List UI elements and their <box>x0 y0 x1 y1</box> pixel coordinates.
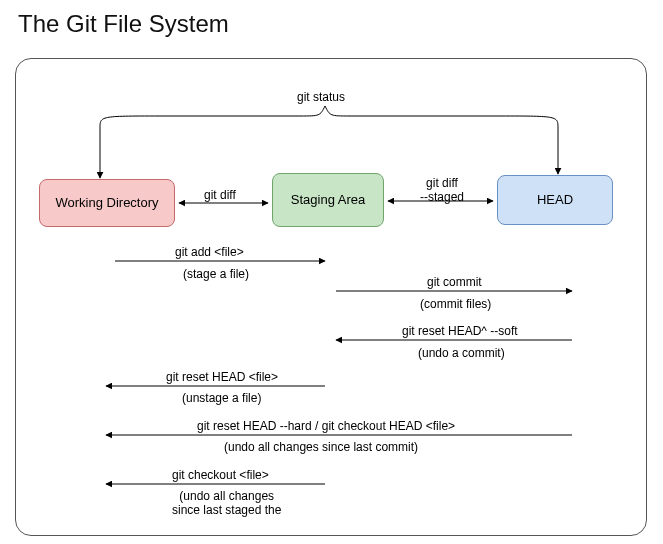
node-head: HEAD <box>497 175 613 225</box>
label-reset-hard-note: (undo all changes since last commit) <box>224 440 418 454</box>
label-unstage-note: (unstage a file) <box>182 391 261 405</box>
label-checkout-cmd: git checkout <file> <box>172 468 269 482</box>
label-reset-soft-cmd: git reset HEAD^ --soft <box>402 324 518 338</box>
label-git-add-cmd: git add <file> <box>175 245 244 259</box>
label-unstage-cmd: git reset HEAD <file> <box>166 370 278 384</box>
label-git-commit-note: (commit files) <box>420 297 491 311</box>
node-working-directory: Working Directory <box>39 179 175 227</box>
diagram-frame <box>15 58 647 536</box>
label-checkout-note: (undo all changes since last staged the <box>172 489 281 517</box>
label-git-diff-staged: git diff --staged <box>420 176 464 204</box>
label-git-status: git status <box>297 90 345 104</box>
label-git-add-note: (stage a file) <box>183 267 249 281</box>
node-staging-area: Staging Area <box>272 173 384 227</box>
page: The Git File System Working Directory St… <box>0 0 663 544</box>
page-title: The Git File System <box>18 10 229 38</box>
label-reset-hard-cmd: git reset HEAD --hard / git checkout HEA… <box>197 419 455 433</box>
label-git-commit-cmd: git commit <box>427 275 482 289</box>
label-git-diff: git diff <box>204 188 236 202</box>
label-reset-soft-note: (undo a commit) <box>418 346 505 360</box>
